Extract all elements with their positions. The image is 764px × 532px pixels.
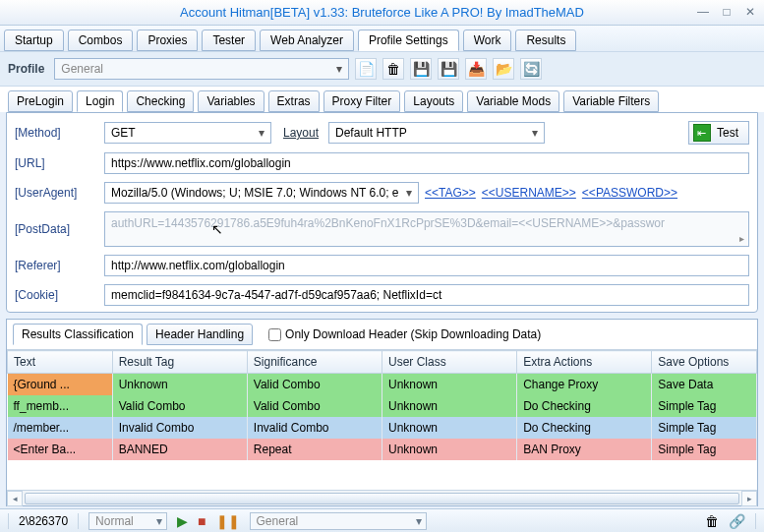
- sub-tab-proxy-filter[interactable]: Proxy Filter: [323, 90, 401, 112]
- cell: Simple Tag: [652, 439, 757, 460]
- list-select[interactable]: General: [250, 512, 427, 530]
- cell: Invalid Combo: [247, 417, 382, 439]
- cell: Unknown: [382, 395, 516, 417]
- test-button[interactable]: ⇤ Test: [688, 121, 749, 145]
- sub-tab-variable-mods[interactable]: Variable Mods: [467, 90, 559, 112]
- main-tab-web-analyzer[interactable]: Web Analyzer: [260, 30, 354, 51]
- sub-tab-variables[interactable]: Variables: [198, 90, 264, 112]
- import-icon[interactable]: 📥: [465, 58, 487, 80]
- cell: Unknown: [382, 417, 516, 439]
- sub-tab-variable-filters[interactable]: Variable Filters: [563, 90, 659, 112]
- profile-label: Profile: [8, 62, 44, 76]
- cell: Repeat: [247, 439, 382, 460]
- scroll-thumb[interactable]: [25, 493, 739, 504]
- results-tab-header-handling[interactable]: Header Handling: [147, 324, 253, 345]
- main-tab-startup[interactable]: Startup: [4, 30, 64, 51]
- sub-tab-prelogin[interactable]: PreLogin: [8, 90, 73, 112]
- open-folder-icon[interactable]: 📂: [493, 58, 514, 80]
- link-icon[interactable]: 🔗: [729, 513, 745, 529]
- postdata-label: [PostData]: [15, 222, 98, 236]
- table-row[interactable]: /member...Invalid ComboInvalid ComboUnkn…: [8, 417, 757, 439]
- cell: BAN Proxy: [517, 439, 652, 460]
- table-row[interactable]: {Ground ...UnknownValid ComboUnknownChan…: [8, 374, 757, 396]
- cell: Unknown: [112, 374, 247, 396]
- cookie-label: [Cookie]: [15, 288, 98, 302]
- main-tab-work[interactable]: Work: [463, 30, 512, 51]
- main-tab-combos[interactable]: Combos: [68, 30, 134, 51]
- postdata-input[interactable]: authURL=1443576291786.a5E9fuh4ra%2BnKeno…: [104, 211, 749, 247]
- col-significance[interactable]: Significance: [247, 351, 382, 374]
- cell: {Ground ...: [8, 374, 113, 396]
- results-tab-results-classification[interactable]: Results Classification: [13, 324, 143, 345]
- maximize-icon[interactable]: □: [719, 4, 735, 20]
- cell: Valid Combo: [247, 395, 382, 417]
- window-title: Account Hitman[BETA] v1.33: Bruteforce L…: [180, 5, 584, 20]
- main-tab-tester[interactable]: Tester: [202, 30, 256, 51]
- referer-label: [Referer]: [15, 259, 98, 272]
- new-profile-icon[interactable]: 📄: [355, 58, 377, 80]
- horizontal-scrollbar[interactable]: ◂ ▸: [7, 490, 757, 505]
- cell: Valid Combo: [112, 395, 247, 417]
- scroll-right-icon[interactable]: ▸: [741, 491, 757, 506]
- sub-tab-extras[interactable]: Extras: [268, 90, 320, 112]
- url-label: [URL]: [15, 156, 98, 170]
- pause-icon[interactable]: ❚❚: [216, 513, 240, 529]
- col-save-options[interactable]: Save Options: [652, 351, 757, 374]
- table-row[interactable]: <Enter Ba...BANNEDRepeatUnknownBAN Proxy…: [8, 439, 757, 460]
- cell: ff_memb...: [8, 395, 113, 417]
- save-icon[interactable]: 💾: [410, 58, 432, 80]
- only-header-checkbox[interactable]: Only Download Header (Skip Downloading D…: [268, 327, 541, 341]
- mode-select[interactable]: Normal: [88, 512, 167, 530]
- cell: BANNED: [112, 439, 247, 460]
- cell: Save Data: [652, 374, 757, 396]
- method-label: [Method]: [15, 126, 98, 140]
- status-progress: 2\826370: [19, 514, 68, 528]
- stop-icon[interactable]: ■: [198, 513, 206, 529]
- col-text[interactable]: Text: [8, 351, 113, 374]
- cell: Simple Tag: [652, 417, 757, 439]
- useragent-label: [UserAgent]: [15, 186, 98, 200]
- cell: Simple Tag: [652, 395, 757, 417]
- refresh-icon[interactable]: 🔄: [520, 58, 542, 80]
- delete-profile-icon[interactable]: 🗑: [382, 58, 404, 80]
- play-icon[interactable]: ▶: [177, 513, 188, 529]
- sub-tab-login[interactable]: Login: [77, 90, 123, 112]
- minimize-icon[interactable]: —: [695, 4, 711, 20]
- cell: Do Checking: [517, 395, 652, 417]
- tag-link[interactable]: <<TAG>>: [425, 186, 476, 200]
- referer-input[interactable]: [104, 255, 749, 276]
- save-all-icon[interactable]: 💾: [438, 58, 459, 80]
- close-icon[interactable]: ✕: [742, 4, 758, 20]
- table-row[interactable]: ff_memb...Valid ComboValid ComboUnknownD…: [8, 395, 757, 417]
- main-tab-proxies[interactable]: Proxies: [137, 30, 198, 51]
- col-user-class[interactable]: User Class: [382, 351, 516, 374]
- username-link[interactable]: <<USERNAME>>: [482, 186, 576, 200]
- useragent-select[interactable]: Mozilla/5.0 (Windows; U; MSIE 7.0; Windo…: [104, 182, 419, 204]
- layout-label: Layout: [283, 126, 319, 140]
- password-link[interactable]: <<PASSWORD>>: [582, 186, 677, 200]
- layout-select[interactable]: Default HTTP: [328, 122, 545, 144]
- url-input[interactable]: [104, 152, 749, 174]
- cell: Unknown: [382, 439, 516, 460]
- sub-tab-checking[interactable]: Checking: [127, 90, 194, 112]
- cell: Invalid Combo: [112, 417, 247, 439]
- cookie-input[interactable]: [104, 284, 749, 306]
- scroll-left-icon[interactable]: ◂: [7, 491, 23, 506]
- cell: Do Checking: [517, 417, 652, 439]
- cell: /member...: [8, 417, 113, 439]
- method-select[interactable]: GET: [104, 122, 271, 144]
- cell: Valid Combo: [247, 374, 382, 396]
- sub-tab-layouts[interactable]: Layouts: [404, 90, 463, 112]
- test-icon: ⇤: [693, 124, 711, 142]
- cell: Unknown: [382, 374, 516, 396]
- col-result-tag[interactable]: Result Tag: [112, 351, 247, 374]
- cell: <Enter Ba...: [8, 439, 113, 460]
- main-tab-profile-settings[interactable]: Profile Settings: [358, 30, 459, 51]
- profile-select[interactable]: General: [54, 58, 349, 80]
- cell: Change Proxy: [517, 374, 652, 396]
- col-extra-actions[interactable]: Extra Actions: [517, 351, 652, 374]
- trash-icon[interactable]: 🗑: [705, 513, 719, 529]
- main-tab-results[interactable]: Results: [515, 30, 576, 51]
